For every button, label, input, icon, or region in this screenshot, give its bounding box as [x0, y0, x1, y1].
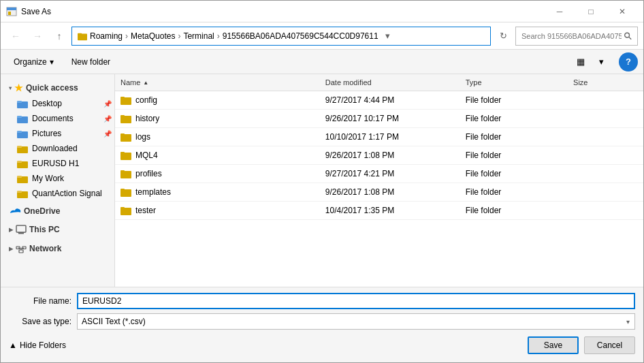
- sidebar-item-mywork[interactable]: My Work: [1, 171, 114, 186]
- quantaction-folder-icon: [17, 188, 28, 199]
- sidebar-item-pictures[interactable]: Pictures 📌: [1, 126, 114, 141]
- file-size-cell: [568, 209, 643, 212]
- file-size-cell: [568, 191, 643, 193]
- sidebar-item-desktop[interactable]: Desktop 📌: [1, 96, 114, 111]
- col-header-date[interactable]: Date modified: [320, 77, 460, 88]
- folder-icon: [120, 205, 131, 216]
- new-folder-button[interactable]: New folder: [64, 54, 118, 70]
- svg-rect-16: [17, 161, 22, 163]
- hide-folders-button[interactable]: ▲ Hide Folders: [9, 341, 66, 350]
- sidebar-item-quantaction[interactable]: QuantAction Signal: [1, 186, 114, 201]
- close-button[interactable]: ✕: [607, 1, 638, 22]
- svg-rect-10: [17, 116, 22, 118]
- quick-access-header[interactable]: ▾ ★ Quick access: [1, 80, 114, 96]
- quickaccess-chevron: ▾: [9, 85, 12, 91]
- save-button[interactable]: Save: [528, 336, 579, 354]
- file-name: MQL4: [135, 151, 158, 160]
- minimize-button[interactable]: ─: [544, 1, 575, 22]
- network-header[interactable]: ▶ Network: [1, 240, 114, 257]
- file-name-cell: templates: [115, 185, 320, 199]
- svg-point-5: [625, 33, 630, 37]
- svg-rect-14: [17, 146, 22, 148]
- file-name: logs: [135, 132, 150, 142]
- maximize-button[interactable]: □: [575, 1, 607, 22]
- onedrive-header[interactable]: OneDrive: [1, 204, 114, 219]
- up-button[interactable]: ↑: [50, 27, 69, 46]
- back-button[interactable]: ←: [6, 27, 25, 46]
- help-button[interactable]: ?: [619, 52, 638, 72]
- save-as-dialog: Save As ─ □ ✕ ← → ↑ Roaming › MetaQuotes…: [0, 0, 644, 363]
- new-folder-label: New folder: [71, 57, 110, 67]
- sidebar-item-documents[interactable]: Documents 📌: [1, 111, 114, 126]
- svg-rect-24: [19, 250, 23, 253]
- col-type-label: Type: [466, 78, 482, 86]
- folder-icon: [120, 187, 131, 198]
- sidebar-item-downloaded[interactable]: Downloaded: [1, 141, 114, 156]
- filetype-row: Save as type: ASCII Text (*.csv) CSV (Co…: [9, 313, 635, 330]
- search-box[interactable]: [515, 27, 638, 46]
- refresh-button[interactable]: ↻: [494, 27, 513, 46]
- col-header-type[interactable]: Type: [460, 77, 568, 88]
- file-type-cell: File folder: [460, 204, 568, 217]
- sort-arrow: ▲: [143, 80, 148, 86]
- file-name-cell: history: [115, 112, 320, 125]
- col-header-size[interactable]: Size: [568, 77, 643, 88]
- file-date-cell: 10/4/2017 1:35 PM: [320, 204, 460, 217]
- svg-line-6: [629, 37, 631, 39]
- file-type-cell: File folder: [460, 168, 568, 180]
- svg-rect-22: [18, 233, 24, 234]
- dialog-icon: [6, 6, 17, 17]
- svg-rect-4: [78, 33, 82, 35]
- bottom-section: File name: Save as type: ASCII Text (*.c…: [1, 287, 643, 362]
- downloaded-folder-icon: [17, 143, 28, 154]
- table-row[interactable]: MQL4 9/26/2017 1:08 PM File folder: [115, 146, 643, 165]
- svg-rect-31: [120, 97, 125, 99]
- path-dropdown-button[interactable]: ▾: [381, 27, 395, 46]
- search-input[interactable]: [521, 32, 622, 40]
- col-size-label: Size: [573, 78, 587, 86]
- folder-icon: [120, 131, 131, 142]
- sidebar-item-documents-label: Documents: [32, 114, 74, 123]
- folder-icon: [120, 150, 131, 161]
- table-row[interactable]: history 9/26/2017 10:17 PM File folder: [115, 110, 643, 128]
- forward-button[interactable]: →: [28, 27, 47, 46]
- table-row[interactable]: templates 9/26/2017 1:08 PM File folder: [115, 183, 643, 202]
- documents-folder-icon: [17, 113, 28, 124]
- folder-icon: [120, 113, 131, 124]
- svg-rect-8: [17, 101, 22, 103]
- svg-rect-33: [120, 115, 125, 117]
- table-row[interactable]: profiles 9/27/2017 4:21 PM File folder: [115, 165, 643, 183]
- path-metaquotes: MetaQuotes: [131, 31, 175, 41]
- view-icon: ▦: [577, 57, 585, 67]
- sidebar-item-eurusd-label: EURUSD H1: [32, 159, 79, 168]
- cancel-button[interactable]: Cancel: [584, 336, 635, 354]
- onedrive-icon: [9, 206, 21, 216]
- col-header-name[interactable]: Name ▲: [115, 77, 320, 88]
- quick-access-label: Quick access: [26, 83, 78, 93]
- view-dropdown-button[interactable]: ▾: [592, 52, 611, 72]
- file-size-cell: [568, 99, 643, 101]
- thispc-chevron: ▶: [9, 227, 13, 233]
- filetype-select[interactable]: ASCII Text (*.csv) CSV (Comma delimited)…: [77, 313, 635, 330]
- thispc-header[interactable]: ▶ This PC: [1, 221, 114, 238]
- sidebar: ▾ ★ Quick access Desktop 📌 Documents 📌 P…: [1, 74, 115, 287]
- network-chevron: ▶: [9, 246, 13, 252]
- address-path[interactable]: Roaming › MetaQuotes › Terminal › 915566…: [71, 27, 491, 46]
- table-row[interactable]: logs 10/10/2017 1:17 PM File folder: [115, 128, 643, 146]
- table-row[interactable]: tester 10/4/2017 1:35 PM File folder: [115, 202, 643, 220]
- help-icon: ?: [626, 57, 631, 67]
- svg-rect-37: [120, 152, 125, 154]
- main-content: ▾ ★ Quick access Desktop 📌 Documents 📌 P…: [1, 74, 643, 287]
- file-date-cell: 9/26/2017 1:08 PM: [320, 186, 460, 198]
- pin-icon: 📌: [103, 100, 112, 108]
- table-row[interactable]: config 9/27/2017 4:44 PM File folder: [115, 91, 643, 110]
- view-button[interactable]: ▦: [571, 52, 590, 72]
- filename-input[interactable]: [77, 293, 635, 309]
- organize-button[interactable]: Organize ▾: [6, 54, 61, 70]
- sidebar-item-eurusd[interactable]: EURUSD H1: [1, 156, 114, 171]
- cancel-label: Cancel: [597, 341, 622, 350]
- file-name: tester: [135, 206, 156, 215]
- button-row: ▲ Hide Folders Save Cancel: [9, 334, 635, 357]
- pictures-pin-icon: 📌: [103, 130, 112, 138]
- file-date-cell: 10/10/2017 1:17 PM: [320, 131, 460, 143]
